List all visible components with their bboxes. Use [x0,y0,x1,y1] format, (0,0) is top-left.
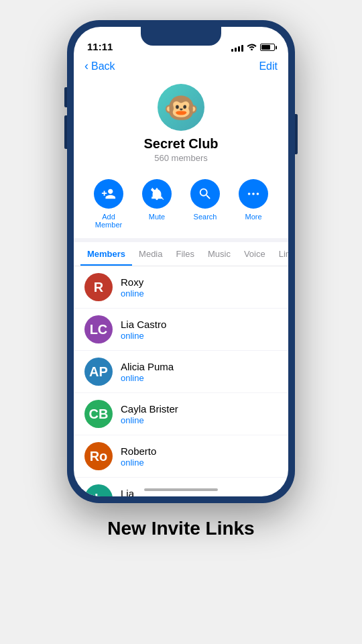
member-info: Liaonline [121,488,144,497]
nav-bar: ‹ Back Edit [74,56,288,78]
member-name: Alicia Puma [121,361,174,372]
back-chevron-icon: ‹ [84,59,88,73]
add-member-button[interactable]: Add Member [88,179,129,229]
add-member-icon [94,179,123,209]
member-item[interactable]: RRoxyonline [74,266,288,309]
battery-icon [260,44,275,51]
svg-point-1 [252,193,255,195]
page-wrapper: 11:11 [0,0,362,644]
member-status: online [121,458,156,468]
screen-content: ‹ Back Edit 🐵 Secret Club 560 members [74,56,288,496]
member-status: online [121,373,174,383]
wifi-icon [247,42,257,52]
back-button[interactable]: ‹ Back [84,59,115,73]
search-icon [190,179,220,209]
member-status: online [121,288,144,299]
phone-frame: 11:11 [67,20,295,503]
more-button[interactable]: More [233,179,274,229]
add-member-label: Add Member [88,213,129,229]
notch [141,27,221,46]
member-item[interactable]: RoRobertoonline [74,435,288,478]
phone-container: 11:11 [67,20,295,503]
member-status: online [121,415,178,425]
member-avatar: R [84,273,113,301]
action-buttons: Add Member Mute [74,172,288,242]
group-name: Secret Club [143,136,218,152]
tab-links[interactable]: Lin... [272,242,288,266]
signal-icon [231,44,243,52]
group-header: 🐵 Secret Club 560 members [74,78,288,172]
tab-members[interactable]: Members [80,242,132,266]
more-label: More [245,213,261,221]
member-name: Lia Castro [121,319,166,330]
member-name: Roberto [121,445,156,457]
tab-music[interactable]: Music [201,242,237,266]
tagline: New Invite Links [107,518,254,539]
member-info: Roxyonline [121,276,144,299]
mute-button[interactable]: Mute [137,179,177,229]
phone-screen: 11:11 [74,27,288,496]
search-label: Search [194,213,217,221]
member-avatar: AP [84,358,113,386]
group-emoji: 🐵 [164,91,198,124]
member-item[interactable]: APAlicia Pumaonline [74,351,288,393]
member-item[interactable]: LLiaonline [74,478,288,496]
status-time: 11:11 [87,41,113,52]
group-members-count: 560 members [154,153,207,163]
tabs-bar: Members Media Files Music Voice [74,242,288,266]
svg-point-0 [248,193,251,195]
power-btn[interactable] [295,114,298,154]
member-name: Roxy [121,276,144,288]
member-name: Lia [121,488,144,497]
member-info: Robertoonline [121,445,156,468]
tab-media[interactable]: Media [132,242,169,266]
mute-icon [142,179,172,209]
back-label: Back [91,60,115,72]
home-indicator [144,488,218,491]
status-icons [231,42,275,52]
member-item[interactable]: LCLia Castroonline [74,309,288,351]
member-item[interactable]: CBCayla Bristeronline [74,393,288,435]
member-name: Cayla Brister [121,403,178,415]
mute-label: Mute [149,213,165,221]
edit-button[interactable]: Edit [259,60,278,72]
member-avatar: LC [84,315,113,343]
group-avatar: 🐵 [158,84,204,131]
members-list: RRoxyonlineLCLia CastroonlineAPAlicia Pu… [74,266,288,496]
battery-fill [261,45,270,50]
member-info: Lia Castroonline [121,319,166,341]
member-avatar: Ro [84,442,113,470]
member-info: Cayla Bristeronline [121,403,178,425]
svg-point-2 [257,193,259,195]
member-info: Alicia Pumaonline [121,361,174,383]
tab-files[interactable]: Files [170,242,201,266]
search-button[interactable]: Search [185,179,225,229]
member-status: online [121,331,166,341]
member-avatar: L [84,484,113,496]
tab-voice[interactable]: Voice [237,242,272,266]
member-avatar: CB [84,400,113,428]
more-icon [239,179,268,209]
